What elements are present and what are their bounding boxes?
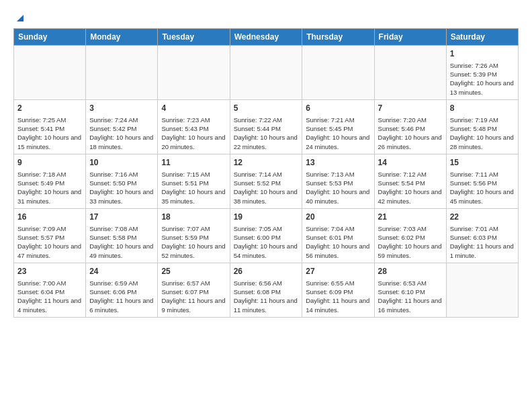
calendar-cell: 1Sunrise: 7:26 AM Sunset: 5:39 PM Daylig… [446,46,518,100]
day-number: 25 [161,266,226,277]
calendar-cell: 6Sunrise: 7:21 AM Sunset: 5:45 PM Daylig… [302,99,374,154]
weekday-header: Tuesday [158,29,230,46]
weekday-header: Wednesday [230,29,302,46]
calendar-cell: 19Sunrise: 7:05 AM Sunset: 6:00 PM Dayli… [230,208,302,263]
calendar-cell [86,46,158,100]
day-number: 20 [306,212,370,223]
day-number: 16 [17,212,82,223]
day-info: Sunrise: 6:55 AM Sunset: 6:09 PM Dayligh… [306,279,370,314]
calendar-cell: 15Sunrise: 7:11 AM Sunset: 5:56 PM Dayli… [446,154,518,208]
day-info: Sunrise: 7:14 AM Sunset: 5:52 PM Dayligh… [234,170,299,205]
day-info: Sunrise: 7:19 AM Sunset: 5:48 PM Dayligh… [450,116,515,151]
day-number: 11 [161,157,226,169]
calendar-cell: 21Sunrise: 7:03 AM Sunset: 6:02 PM Dayli… [374,208,446,263]
calendar-week-row: 9Sunrise: 7:18 AM Sunset: 5:49 PM Daylig… [14,154,519,208]
day-info: Sunrise: 7:04 AM Sunset: 6:01 PM Dayligh… [306,224,370,260]
day-info: Sunrise: 7:08 AM Sunset: 5:58 PM Dayligh… [89,224,154,260]
calendar-cell: 18Sunrise: 7:07 AM Sunset: 5:59 PM Dayli… [158,208,230,263]
day-number: 18 [161,212,226,223]
day-number: 19 [234,212,299,223]
day-info: Sunrise: 7:18 AM Sunset: 5:49 PM Dayligh… [17,170,82,205]
day-info: Sunrise: 7:16 AM Sunset: 5:50 PM Dayligh… [89,170,154,205]
day-info: Sunrise: 7:07 AM Sunset: 5:59 PM Dayligh… [161,224,226,260]
calendar-cell: 10Sunrise: 7:16 AM Sunset: 5:50 PM Dayli… [86,154,158,208]
day-number: 8 [450,103,515,114]
day-number: 13 [306,157,370,169]
day-info: Sunrise: 7:12 AM Sunset: 5:54 PM Dayligh… [378,170,443,205]
calendar-cell: 4Sunrise: 7:23 AM Sunset: 5:43 PM Daylig… [158,99,230,154]
calendar-cell: 7Sunrise: 7:20 AM Sunset: 5:46 PM Daylig… [374,99,446,154]
calendar-cell: 9Sunrise: 7:18 AM Sunset: 5:49 PM Daylig… [14,154,86,208]
calendar-cell: 13Sunrise: 7:13 AM Sunset: 5:53 PM Dayli… [302,154,374,208]
calendar-cell [230,46,302,100]
weekday-header: Friday [374,29,446,46]
day-info: Sunrise: 7:11 AM Sunset: 5:56 PM Dayligh… [450,170,515,205]
calendar-cell [302,46,374,100]
day-info: Sunrise: 6:59 AM Sunset: 6:06 PM Dayligh… [89,279,154,314]
calendar-cell: 8Sunrise: 7:19 AM Sunset: 5:48 PM Daylig… [446,99,518,154]
calendar-week-row: 23Sunrise: 7:00 AM Sunset: 6:04 PM Dayli… [14,263,519,317]
calendar-cell: 17Sunrise: 7:08 AM Sunset: 5:58 PM Dayli… [86,208,158,263]
day-number: 23 [17,266,82,277]
calendar-cell: 3Sunrise: 7:24 AM Sunset: 5:42 PM Daylig… [86,99,158,154]
day-number: 27 [306,266,370,277]
calendar-cell: 22Sunrise: 7:01 AM Sunset: 6:03 PM Dayli… [446,208,518,263]
day-number: 2 [17,103,82,114]
day-info: Sunrise: 6:53 AM Sunset: 6:10 PM Dayligh… [378,279,443,314]
day-info: Sunrise: 6:56 AM Sunset: 6:08 PM Dayligh… [234,279,299,314]
day-info: Sunrise: 7:01 AM Sunset: 6:03 PM Dayligh… [450,224,515,260]
day-number: 10 [89,157,154,169]
day-info: Sunrise: 7:13 AM Sunset: 5:53 PM Dayligh… [306,170,370,205]
day-info: Sunrise: 7:21 AM Sunset: 5:45 PM Dayligh… [306,116,370,151]
day-info: Sunrise: 7:25 AM Sunset: 5:41 PM Dayligh… [17,116,82,151]
day-number: 22 [450,212,515,223]
day-info: Sunrise: 7:05 AM Sunset: 6:00 PM Dayligh… [234,224,299,260]
weekday-header: Saturday [446,29,518,46]
day-number: 9 [17,157,82,169]
day-info: Sunrise: 7:26 AM Sunset: 5:39 PM Dayligh… [450,61,515,97]
calendar-cell: 16Sunrise: 7:09 AM Sunset: 5:57 PM Dayli… [14,208,86,263]
calendar-cell [374,46,446,100]
logo-triangle-icon [14,12,25,23]
weekday-header: Monday [86,29,158,46]
day-info: Sunrise: 7:23 AM Sunset: 5:43 PM Dayligh… [161,116,226,151]
calendar-cell: 12Sunrise: 7:14 AM Sunset: 5:52 PM Dayli… [230,154,302,208]
day-number: 3 [89,103,154,114]
calendar-table: SundayMondayTuesdayWednesdayThursdayFrid… [13,28,519,318]
day-info: Sunrise: 7:22 AM Sunset: 5:44 PM Dayligh… [234,116,299,151]
calendar-cell: 27Sunrise: 6:55 AM Sunset: 6:09 PM Dayli… [302,263,374,317]
day-number: 4 [161,103,226,114]
day-info: Sunrise: 7:09 AM Sunset: 5:57 PM Dayligh… [17,224,82,260]
day-info: Sunrise: 7:15 AM Sunset: 5:51 PM Dayligh… [161,170,226,205]
day-number: 12 [234,157,299,169]
calendar-cell: 25Sunrise: 6:57 AM Sunset: 6:07 PM Dayli… [158,263,230,317]
calendar-cell [158,46,230,100]
day-number: 26 [234,266,299,277]
day-number: 17 [89,212,154,223]
day-number: 15 [450,157,515,169]
calendar-cell: 5Sunrise: 7:22 AM Sunset: 5:44 PM Daylig… [230,99,302,154]
calendar-cell [446,263,518,317]
day-number: 7 [378,103,443,114]
calendar-week-row: 1Sunrise: 7:26 AM Sunset: 5:39 PM Daylig… [14,46,519,100]
calendar-cell: 28Sunrise: 6:53 AM Sunset: 6:10 PM Dayli… [374,263,446,317]
logo [13,13,25,23]
weekday-header: Sunday [14,29,86,46]
day-number: 24 [89,266,154,277]
calendar-cell: 26Sunrise: 6:56 AM Sunset: 6:08 PM Dayli… [230,263,302,317]
calendar-cell: 2Sunrise: 7:25 AM Sunset: 5:41 PM Daylig… [14,99,86,154]
day-number: 14 [378,157,443,169]
day-number: 28 [378,266,443,277]
calendar-cell: 24Sunrise: 6:59 AM Sunset: 6:06 PM Dayli… [86,263,158,317]
calendar-body: 1Sunrise: 7:26 AM Sunset: 5:39 PM Daylig… [14,46,519,318]
calendar-header-row: SundayMondayTuesdayWednesdayThursdayFrid… [14,29,519,46]
day-number: 21 [378,212,443,223]
weekday-header: Thursday [302,29,374,46]
calendar-cell: 20Sunrise: 7:04 AM Sunset: 6:01 PM Dayli… [302,208,374,263]
calendar-cell: 23Sunrise: 7:00 AM Sunset: 6:04 PM Dayli… [14,263,86,317]
day-number: 1 [450,48,515,60]
calendar-week-row: 16Sunrise: 7:09 AM Sunset: 5:57 PM Dayli… [14,208,519,263]
calendar-cell: 11Sunrise: 7:15 AM Sunset: 5:51 PM Dayli… [158,154,230,208]
svg-marker-0 [17,15,24,21]
calendar-week-row: 2Sunrise: 7:25 AM Sunset: 5:41 PM Daylig… [14,99,519,154]
